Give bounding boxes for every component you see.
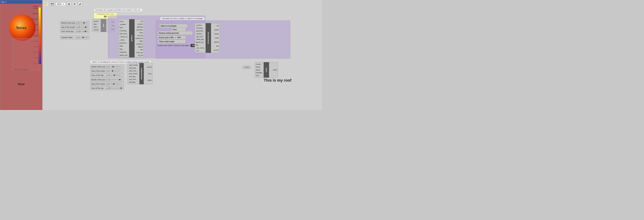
sp-in-solartime: solar_time_	[119, 32, 129, 35]
sp-in-scale: _scale_	[119, 39, 129, 41]
ap-slider-month1[interactable]: Month of the year ◇ 2	[90, 65, 124, 69]
dsh-out-out: out	[211, 24, 220, 27]
sp-in-hoys: hoys_	[119, 26, 129, 29]
ap-day1-track[interactable]	[110, 71, 121, 71]
slider-month-value: 6	[78, 22, 80, 24]
patch-in-points: Points	[255, 66, 264, 68]
curve-node: Curve	[242, 66, 251, 69]
ap-slider-hour2[interactable]: Hour of the day ◇ 23	[90, 86, 124, 90]
hoy-inputs: _month_ _day_ _hour_ _minute	[92, 19, 101, 32]
analyse-grid-node: Anayse grid in MM ◇ 1000	[158, 36, 186, 39]
roof-input-node: Roof	[172, 28, 186, 31]
patch-out: Patch	[269, 68, 278, 71]
dsh-out-results: results	[211, 33, 220, 35]
ap-month1-track[interactable]	[110, 66, 121, 67]
patch-inputs: Curves Points Spans Flexibility Trim	[255, 62, 264, 78]
ap-month1-label: Month of the year	[92, 66, 106, 68]
slider-day-track[interactable]	[81, 27, 88, 28]
zoom-control[interactable]: 181% ▼	[56, 3, 66, 6]
slider-hour-track[interactable]	[81, 31, 88, 32]
ap-hour1-icon: ◇	[106, 74, 108, 76]
slider-hour[interactable]: Hour of the day ◇ 13	[60, 30, 89, 33]
sp-in-data: data_	[119, 48, 129, 51]
viewport-header[interactable]: Top ▼	[0, 0, 42, 4]
scale-unit-label: hours	[33, 5, 37, 7]
sunpath-body: Sunpath	[129, 19, 134, 57]
ap-hour2-track[interactable]	[111, 88, 122, 88]
patch-in-trim: Trim	[255, 74, 264, 77]
open-button[interactable]: 📂	[44, 2, 49, 6]
ap-in-starthour: _start_hour_	[128, 69, 139, 72]
slider-month[interactable]: Month of the year ◇ 6	[60, 21, 89, 25]
ap-slider-day2[interactable]: Day of the month ◇ 9	[90, 82, 124, 86]
ap-month2-track[interactable]	[111, 79, 122, 80]
slider-month-icon: ◇	[76, 22, 78, 24]
number-slider-value: 5	[78, 37, 80, 39]
slider-day-label: Day of the month	[62, 26, 76, 28]
ap-slider-month2[interactable]: Month of the year ◇ 11	[90, 78, 124, 82]
ap-node: _start_month_ _start_day_ _start_hour_ _…	[128, 63, 152, 84]
eye-button[interactable]: 👁	[72, 2, 77, 6]
dsh-in-context: _context_	[195, 32, 206, 35]
ap-day2-label: Day of the month	[92, 83, 106, 85]
ap-day2-track[interactable]	[110, 83, 121, 84]
analyse-grid-label: Anayse grid in MM	[159, 37, 174, 39]
run-label: Double click False to start the calculat…	[158, 45, 190, 47]
sp-out-compass: compass	[135, 43, 144, 45]
ap-hour1-value: 8	[108, 74, 110, 76]
dsh-out-title: title	[211, 45, 220, 48]
hoy-input-hour: _hour_	[92, 26, 101, 28]
sp-in-daily: daily_	[119, 45, 129, 47]
paint-button[interactable]: 🖌	[78, 2, 82, 6]
fit-button[interactable]: ⊞	[66, 2, 71, 6]
number-slider[interactable]: Number Slider ◇ 5	[60, 36, 89, 39]
shadow-casting-label: Shadow casting geometry	[159, 32, 179, 34]
patch-in-spans: Spans	[255, 68, 264, 71]
viewport-panel: Top ▼ hours 1188.0 1101.80 1015.60 929.4…	[0, 0, 42, 110]
zoom-value: 181%	[57, 3, 62, 5]
zoom-dropdown-icon[interactable]: ▼	[62, 3, 64, 5]
dsh-outputs: out points results mesh legend title int…	[211, 23, 220, 53]
sp-out-analemma: analemma	[135, 37, 144, 40]
dsh-note: Calculates the direct sunlight on object…	[160, 17, 204, 20]
dsh-out-mesh: mesh	[211, 37, 220, 39]
ap-month1-icon: ◇	[106, 66, 108, 68]
sp-in-north: north_	[119, 20, 129, 23]
slider-day-value: 21	[78, 26, 80, 28]
save-button[interactable]: 💾	[50, 2, 54, 6]
ap-day2-value: 9	[108, 83, 110, 85]
number-slider-track[interactable]	[80, 37, 88, 38]
sp-out-daily: daily	[135, 40, 144, 43]
ap-hour1-track[interactable]	[110, 75, 121, 76]
viewport-dropdown-icon[interactable]: ▼	[5, 1, 7, 3]
roof-input-label: Roof	[173, 29, 176, 31]
dsh-out-legend: legend	[211, 41, 220, 43]
ap-in-endday: _end_day_	[128, 75, 139, 78]
object-to-investigate-label: Object to investigate	[160, 25, 176, 27]
sp-out-hoys: hoys	[135, 31, 144, 34]
ap-day1-icon: ◇	[106, 70, 108, 72]
ap-month1-value: 2	[108, 66, 110, 68]
sp-out-visset: vis_set	[135, 54, 144, 57]
table-height-node: 700mm table height	[158, 40, 186, 43]
dsh-in-gridsize: _grid_size	[195, 35, 206, 38]
dsh-in-title: title_	[195, 44, 206, 47]
number-slider-icon: ◇	[76, 37, 78, 39]
sp-in-dlsaving: dl_saving_	[119, 29, 129, 32]
number-slider-label: Number Slider	[62, 37, 76, 39]
sp-out-out: out	[135, 20, 144, 23]
ap-slider-day1[interactable]: Day of the month ◇ 3	[90, 69, 124, 73]
slider-month-track[interactable]	[80, 23, 88, 23]
diamond-icon: ◇	[174, 37, 176, 39]
scale-value-1: 1101.80	[32, 13, 38, 15]
slider-day[interactable]: Day of the month ◇ 21	[60, 25, 89, 29]
patch-body: Patch	[264, 62, 269, 78]
analyse-grid-value: 1000	[177, 37, 181, 39]
dsh-inputs: _vectors _timestep_ _geometry _context_ …	[195, 23, 206, 53]
slider-hour-value: 13	[78, 31, 80, 33]
run-control: Double click False to start the calculat…	[158, 44, 198, 47]
ap-slider-hour1[interactable]: Hour of the day ◇ 8	[90, 73, 124, 77]
patch-in-flex: Flexibility	[255, 71, 264, 74]
terras-label: Terras	[16, 26, 26, 30]
sunpath-outputs: out vectors altitudes azimuths hoys sun_…	[134, 19, 144, 57]
